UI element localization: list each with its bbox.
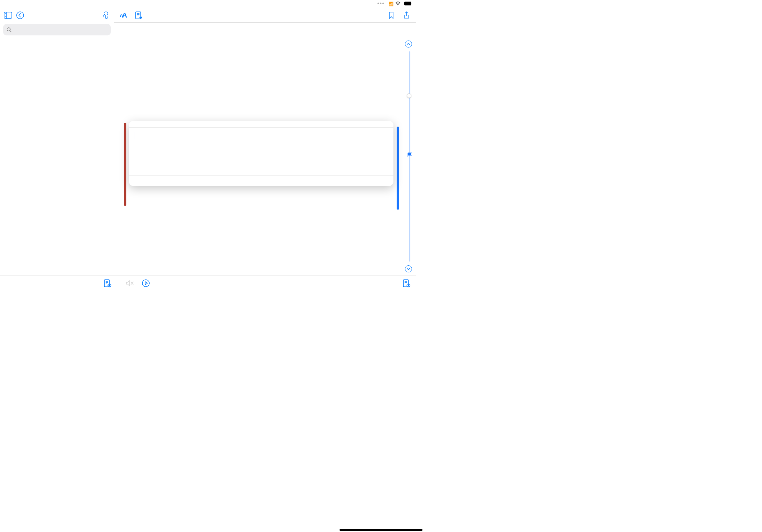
text-cursor: [135, 132, 135, 139]
share-icon[interactable]: [402, 11, 411, 20]
scroll-gutter: [405, 40, 413, 272]
panel-toggle-icon[interactable]: [3, 11, 13, 20]
svg-rect-1: [404, 2, 411, 5]
mute-icon[interactable]: [125, 279, 135, 288]
svg-line-10: [10, 31, 11, 32]
svg-rect-2: [412, 3, 412, 4]
delete-flag-button[interactable]: [129, 175, 393, 186]
back-button[interactable]: [15, 11, 25, 20]
svg-point-24: [142, 280, 149, 287]
search-field[interactable]: [13, 27, 108, 33]
svg-point-0: [398, 4, 398, 5]
scroll-thumb[interactable]: [407, 94, 411, 98]
wifi-icon: [395, 2, 401, 6]
main-pane: AA: [114, 8, 416, 276]
battery-icon: [404, 2, 413, 6]
search-input[interactable]: [3, 24, 111, 35]
flag-right-marker: [397, 127, 399, 210]
scroll-up-button[interactable]: [405, 40, 412, 47]
flag-note-input[interactable]: [129, 128, 393, 175]
sidebar: [0, 8, 114, 276]
svg-point-9: [7, 28, 10, 31]
scroll-flag-icon[interactable]: [407, 152, 413, 159]
history-doc-icon[interactable]: [402, 279, 411, 288]
bottom-toolbar: [0, 276, 416, 290]
flag-side-marker: [124, 123, 126, 206]
text-size-button[interactable]: AA: [119, 11, 128, 20]
svg-rect-25: [403, 280, 409, 287]
transcript-body[interactable]: [114, 23, 416, 276]
export-doc-icon[interactable]: [134, 11, 144, 20]
main-header: AA: [114, 8, 416, 23]
signal-icon: 📶: [388, 2, 393, 6]
bookmark-icon[interactable]: [386, 11, 396, 20]
play-button[interactable]: [141, 279, 151, 288]
add-note-icon[interactable]: [103, 279, 112, 288]
status-bar: ••• 📶: [0, 0, 416, 8]
scroll-down-button[interactable]: [405, 265, 412, 272]
touch-mode-icon[interactable]: [101, 11, 111, 20]
svg-point-8: [17, 12, 24, 19]
flag-panel: [129, 121, 393, 186]
grab-handle-icon[interactable]: •••: [377, 1, 385, 6]
svg-rect-3: [4, 12, 12, 19]
